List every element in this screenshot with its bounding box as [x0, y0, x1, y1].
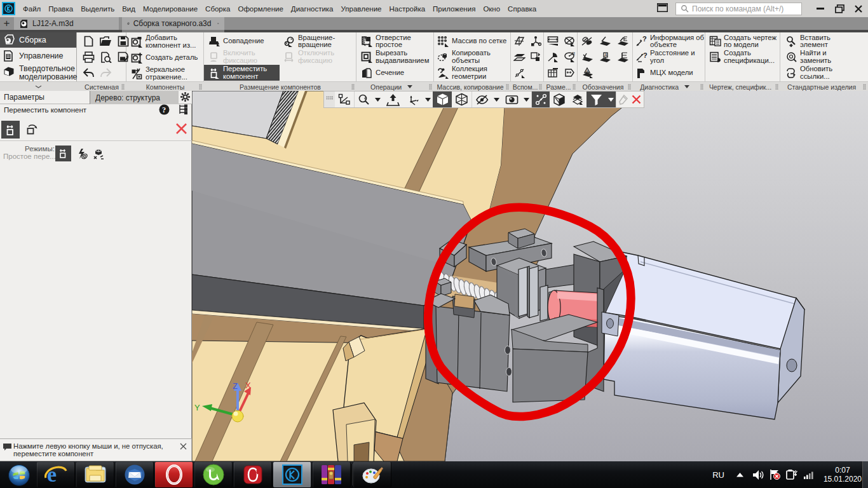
svg-text:Y: Y	[194, 403, 200, 412]
svg-text:A: A	[604, 53, 607, 57]
svg-text:X: X	[245, 381, 251, 390]
svg-text:A: A	[586, 69, 588, 73]
svg-text:?: ?	[643, 51, 648, 59]
svg-text:Z: Z	[233, 381, 238, 391]
svg-text:R: R	[572, 51, 575, 56]
svg-text:?: ?	[162, 105, 166, 114]
svg-text:?: ?	[642, 36, 647, 43]
